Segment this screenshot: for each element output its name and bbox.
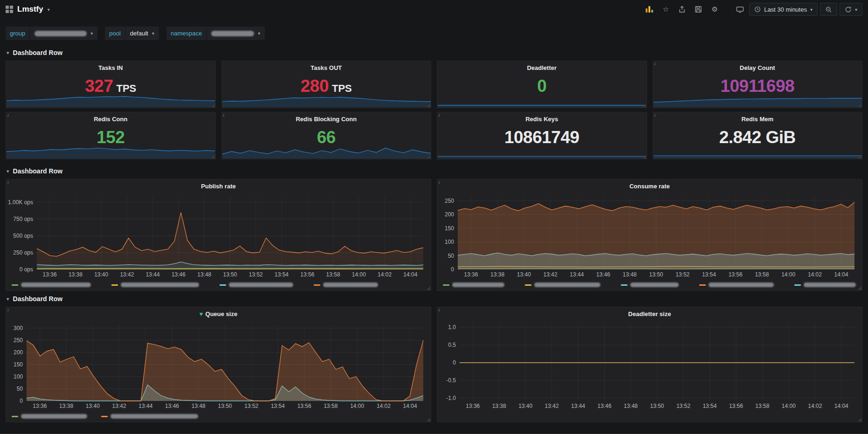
star-dashboard-button[interactable]: ☆ <box>659 3 673 16</box>
redacted-legend-label <box>452 282 504 287</box>
svg-text:750 ops: 750 ops <box>13 216 33 222</box>
svg-text:-1.0: -1.0 <box>446 395 456 401</box>
legend-item[interactable] <box>12 414 87 419</box>
panel-resize-handle[interactable] <box>858 286 861 290</box>
svg-text:13:40: 13:40 <box>94 271 108 278</box>
legend-item[interactable] <box>443 282 504 287</box>
legend-item[interactable] <box>699 282 774 287</box>
panel-resize-handle[interactable] <box>211 103 215 107</box>
panel-title[interactable]: Redis Mem <box>653 112 862 123</box>
svg-text:0 ops: 0 ops <box>20 266 33 273</box>
svg-text:13:40: 13:40 <box>86 403 100 409</box>
dashboard-title[interactable]: Lmstfy <box>17 5 43 14</box>
stat-row-2: i Redis Conn 152 i Redis Blocking Conn 6… <box>6 112 862 159</box>
redacted-value <box>34 31 87 36</box>
svg-text:13:44: 13:44 <box>570 271 584 278</box>
panel-resize-handle[interactable] <box>642 103 646 107</box>
save-dashboard-button[interactable] <box>691 3 705 16</box>
deadletter-size-chart[interactable]: -1.0-0.500.51.013:3613:3813:4013:4213:44… <box>439 320 860 411</box>
panel-title[interactable]: ♥Queue size <box>6 307 431 317</box>
panel-resize-handle[interactable] <box>858 418 861 421</box>
panel-info-icon[interactable]: i <box>223 113 225 117</box>
graph-row-1: i Publish rate 0 ops250 ops500 ops750 op… <box>6 179 862 291</box>
panel-title[interactable]: Redis Conn <box>6 112 215 123</box>
time-range-picker[interactable]: Last 30 minutes ▾ <box>749 3 818 16</box>
panel-resize-handle[interactable] <box>427 155 430 158</box>
panel-resize-handle[interactable] <box>642 155 646 158</box>
svg-text:13:58: 13:58 <box>755 403 769 409</box>
panel-info-icon[interactable]: i <box>654 62 656 66</box>
panel-title[interactable]: Deadletter <box>437 61 647 71</box>
svg-text:0: 0 <box>20 398 23 404</box>
panel-resize-handle[interactable] <box>858 103 861 107</box>
panel-resize-handle[interactable] <box>427 103 430 107</box>
redacted-legend-label <box>804 282 856 287</box>
svg-text:13:36: 13:36 <box>33 403 47 409</box>
redacted-legend-label <box>534 282 600 287</box>
svg-text:150: 150 <box>445 225 454 232</box>
legend-item[interactable] <box>12 282 91 287</box>
svg-text:13:48: 13:48 <box>623 271 637 278</box>
legend-item[interactable] <box>220 282 293 287</box>
legend-item[interactable] <box>111 282 199 287</box>
refresh-button[interactable]: ▾ <box>840 3 862 16</box>
tv-mode-button[interactable] <box>733 3 747 16</box>
panel-title[interactable]: Tasks OUT <box>222 61 431 71</box>
panel-title[interactable]: Consume rate <box>437 179 862 190</box>
queue-size-chart[interactable]: 05010015020025030013:3613:3813:4013:4213… <box>8 320 429 411</box>
panel-title[interactable]: Publish rate <box>6 179 431 190</box>
consume-rate-chart[interactable]: 05010015020025013:3613:3813:4013:4213:44… <box>439 192 860 280</box>
panel-resize-handle[interactable] <box>211 155 215 158</box>
variable-pool-dropdown[interactable]: pool default▾ <box>105 27 159 40</box>
stat-panel-redis-mem: i Redis Mem 2.842 GiB <box>653 112 863 159</box>
svg-text:14:00: 14:00 <box>352 271 366 278</box>
svg-text:14:00: 14:00 <box>781 271 795 278</box>
dashboard-settings-button[interactable]: ⚙ <box>708 3 722 16</box>
dashboard-row-header-3[interactable]: ▾ Dashboard Row <box>6 291 862 307</box>
legend-item[interactable] <box>621 282 679 287</box>
legend-item[interactable] <box>794 282 856 287</box>
svg-text:13:46: 13:46 <box>596 271 610 278</box>
zoom-out-time-button[interactable] <box>820 3 837 16</box>
svg-text:13:50: 13:50 <box>218 403 232 409</box>
panel-resize-handle[interactable] <box>427 286 430 290</box>
add-panel-button[interactable] <box>642 3 656 16</box>
dashboard-row-header-1[interactable]: ▾ Dashboard Row <box>6 45 862 61</box>
dashboard-title-menu[interactable]: Lmstfy ▾ <box>6 5 50 14</box>
grafana-menu-icon[interactable] <box>6 6 13 13</box>
legend-item[interactable] <box>525 282 600 287</box>
publish-rate-chart[interactable]: 0 ops250 ops500 ops750 ops1.00K ops13:36… <box>8 192 429 280</box>
panel-title[interactable]: Tasks IN <box>6 61 215 71</box>
sparkline <box>438 93 646 107</box>
legend-item[interactable] <box>101 414 198 419</box>
panel-info-icon[interactable]: i <box>7 308 9 312</box>
panel-info-icon[interactable]: i <box>439 113 440 117</box>
legend-marker-icon <box>525 284 531 286</box>
redacted-legend-label <box>121 282 199 287</box>
variable-group-dropdown[interactable]: group ▾ <box>6 27 97 40</box>
share-dashboard-button[interactable] <box>675 3 689 16</box>
variable-namespace-dropdown[interactable]: namespace ▾ <box>166 27 265 40</box>
svg-text:13:54: 13:54 <box>271 403 285 409</box>
svg-text:-0.5: -0.5 <box>446 377 456 384</box>
svg-text:14:04: 14:04 <box>834 403 848 409</box>
dashboard-row-header-2[interactable]: ▾ Dashboard Row <box>6 163 862 179</box>
row-title: Dashboard Row <box>13 167 63 175</box>
chart-legend <box>443 412 858 420</box>
panel-title[interactable]: Redis Blocking Conn <box>222 112 431 123</box>
svg-text:13:40: 13:40 <box>517 271 531 278</box>
panel-info-icon[interactable]: i <box>439 180 440 185</box>
svg-text:250 ops: 250 ops <box>13 249 33 256</box>
panel-info-icon[interactable]: i <box>439 308 440 312</box>
panel-title[interactable]: Deadletter size <box>437 307 862 317</box>
svg-text:13:56: 13:56 <box>729 271 743 278</box>
panel-resize-handle[interactable] <box>858 155 861 158</box>
legend-item[interactable] <box>314 282 378 287</box>
panel-title[interactable]: Redis Keys <box>437 112 647 123</box>
panel-info-icon[interactable]: i <box>7 180 9 185</box>
panel-resize-handle[interactable] <box>427 418 430 421</box>
panel-title[interactable]: Delay Count <box>653 61 862 71</box>
panel-info-icon[interactable]: i <box>7 113 9 117</box>
svg-text:100: 100 <box>14 373 23 380</box>
panel-info-icon[interactable]: i <box>654 113 656 117</box>
